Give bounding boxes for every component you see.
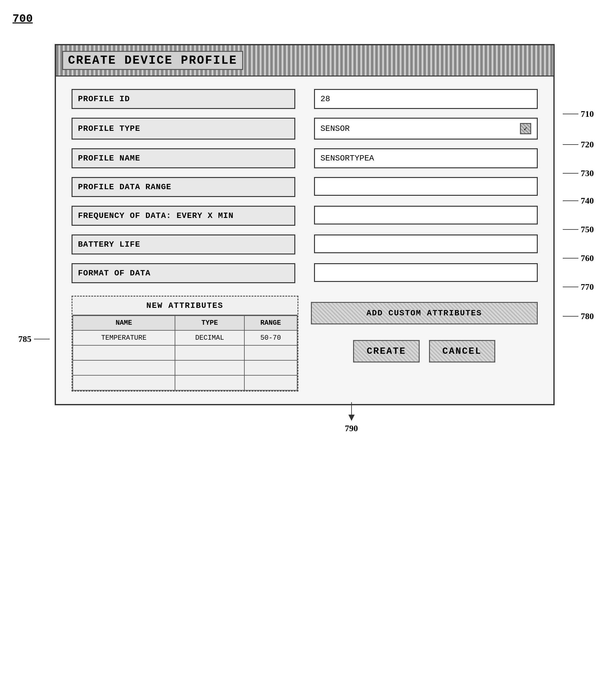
create-button[interactable]: CREATE [353, 340, 419, 362]
row4-type [175, 375, 244, 390]
frequency-of-data-label: FREQUENCY OF DATA: EVERY X MIN [72, 206, 295, 226]
profile-type-label: PROFILE TYPE [72, 118, 295, 140]
bottom-section: NEW ATTRIBUTES NAME TYPE RANGE [72, 296, 538, 392]
ref-750: 750 [563, 225, 594, 234]
format-of-data-input[interactable] [314, 263, 538, 282]
row3-range [244, 360, 297, 375]
table-row [73, 375, 297, 390]
new-attributes-title: NEW ATTRIBUTES [72, 297, 297, 315]
table-row [73, 360, 297, 375]
attributes-table: NAME TYPE RANGE TEMPERATURE DECIMAL 50-7… [72, 315, 297, 391]
profile-type-value: SENSOR [320, 124, 350, 133]
row2-range [244, 345, 297, 360]
figure-label: 700 [13, 13, 596, 25]
bottom-arrow-icon [342, 402, 361, 421]
profile-data-range-input[interactable] [314, 177, 538, 196]
col-range-header: RANGE [244, 316, 297, 330]
row1-name: TEMPERATURE [73, 330, 175, 345]
dropdown-arrow-icon[interactable]: ✓ [520, 123, 531, 134]
row2-name [73, 345, 175, 360]
ref-770: 770 [563, 282, 594, 292]
ref-720: 720 [563, 140, 594, 149]
row2-type [175, 345, 244, 360]
create-device-profile-dialog: CREATE DEVICE PROFILE PROFILE ID 28 710 … [55, 44, 555, 405]
row4-range [244, 375, 297, 390]
ref-785: 785 [18, 334, 50, 344]
dialog-body: PROFILE ID 28 710 PROFILE TYPE SENSOR ✓ … [56, 76, 553, 404]
battery-life-label: BATTERY LIFE [72, 234, 295, 254]
form-grid: PROFILE ID 28 710 PROFILE TYPE SENSOR ✓ … [72, 89, 538, 283]
row3-name [73, 360, 175, 375]
ref-760: 760 [563, 253, 594, 263]
right-panel: ADD CUSTOM ATTRIBUTES 780 CREATE CANCEL [311, 296, 538, 362]
cancel-button[interactable]: CANCEL [429, 340, 495, 362]
profile-name-label: PROFILE NAME [72, 148, 295, 168]
profile-data-range-label: PROFILE DATA RANGE [72, 177, 295, 197]
svg-marker-1 [348, 415, 355, 421]
dialog-title: CREATE DEVICE PROFILE [62, 51, 243, 70]
col-type-header: TYPE [175, 316, 244, 330]
add-custom-attributes-button[interactable]: ADD CUSTOM ATTRIBUTES [311, 302, 538, 324]
ref-740: 740 [563, 196, 594, 206]
row4-name [73, 375, 175, 390]
ref-790: 790 [345, 424, 358, 433]
profile-id-label: PROFILE ID [72, 89, 295, 109]
ref-780: 780 [563, 311, 594, 321]
profile-id-input[interactable]: 28 [314, 89, 538, 109]
row1-range: 50-70 [244, 330, 297, 345]
ref-710: 710 [563, 109, 594, 119]
profile-name-input[interactable]: SENSORTYPEA [314, 148, 538, 168]
table-row: TEMPERATURE DECIMAL 50-70 [73, 330, 297, 345]
battery-life-input[interactable] [314, 234, 538, 253]
row3-type [175, 360, 244, 375]
ref-730: 730 [563, 168, 594, 178]
dialog-titlebar: CREATE DEVICE PROFILE [56, 45, 553, 76]
table-row [73, 345, 297, 360]
frequency-of-data-input[interactable] [314, 206, 538, 225]
bottom-buttons: CREATE CANCEL [311, 340, 538, 362]
row1-type: DECIMAL [175, 330, 244, 345]
profile-type-input[interactable]: SENSOR ✓ [314, 118, 538, 140]
col-name-header: NAME [73, 316, 175, 330]
format-of-data-label: FORMAT OF DATA [72, 263, 295, 283]
new-attributes-box: NEW ATTRIBUTES NAME TYPE RANGE [72, 296, 298, 392]
